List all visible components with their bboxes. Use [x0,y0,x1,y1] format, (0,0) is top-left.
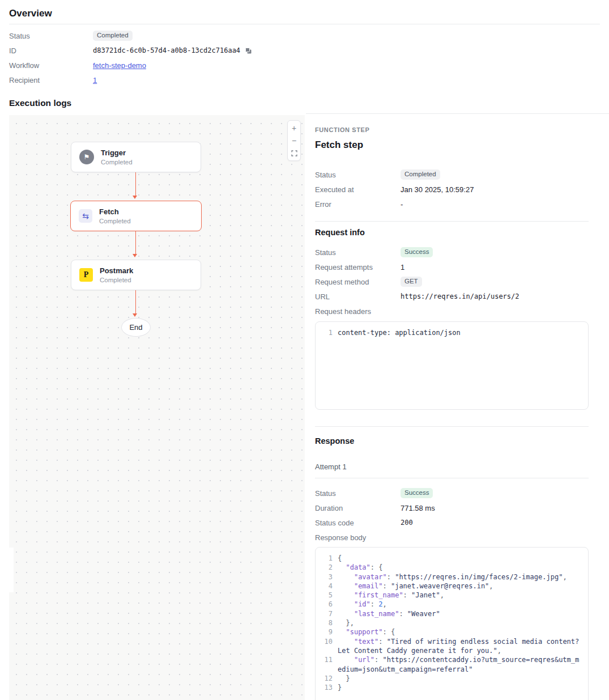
status-label: Status [315,489,401,498]
step-kicker: FUNCTION STEP [315,126,369,133]
postmark-icon: P [79,268,93,282]
node-title: Trigger [101,149,133,157]
canvas-controls: + − [287,120,301,161]
flow-edge-arrowhead [133,196,137,199]
step-status-row: Status Completed [315,167,589,182]
node-status: Completed [100,277,133,283]
request-method-row: Request method GET [315,274,589,289]
response-body-code-block: 1{2 "data": {3 "avatar": "https://reqres… [315,547,589,700]
response-status-row: Status Success [315,486,589,500]
overview-rows: Status Completed ID d83721dc-6c0b-57d4-a… [9,28,304,87]
attempt-label: Attempt 1 [315,463,347,471]
flow-edge [135,231,137,254]
status-code-value: 200 [401,519,413,527]
step-status-badge: Completed [401,169,440,180]
url-value: https://reqres.in/api/users/2 [401,292,519,300]
attempt-divider [315,478,589,478]
node-title: Postmark [100,266,133,275]
overview-status-row: Status Completed [9,28,304,43]
method-label: Request method [315,278,401,286]
request-url-row: URL https://reqres.in/api/users/2 [315,289,589,304]
workflow-label: Workflow [9,61,93,70]
request-headers-row: Request headers [315,304,589,319]
recipient-label: Recipient [9,76,93,84]
workflow-link[interactable]: fetch-step-demo [93,61,146,70]
executed-at-row: Executed at Jan 30 2025, 10:59:27 [315,182,589,197]
node-title: Fetch [99,207,131,216]
status-label: Status [9,32,93,40]
node-end[interactable]: End [121,318,151,337]
recipient-link[interactable]: 1 [93,76,97,84]
response-title: Response [315,436,354,446]
section-divider [315,426,589,427]
section-divider [315,221,589,222]
url-label: URL [315,292,401,301]
duration-row: Duration 771.58 ms [315,500,589,515]
status-code-label: Status code [315,519,401,527]
canvas-edge-fragment [9,548,14,592]
request-info-rows: Status Success Request attempts 1 Reques… [315,245,589,319]
fit-view-button[interactable] [288,147,300,159]
attempts-value: 1 [401,263,404,271]
node-fetch[interactable]: ⇆ Fetch Completed [70,201,202,231]
attempts-label: Request attempts [315,263,401,271]
flow-edge-arrowhead [133,254,137,257]
step-title: Fetch step [315,139,363,151]
status-badge: Completed [93,31,133,41]
page: Overview Status Completed ID d83721dc-6c… [0,0,609,700]
error-row: Error - [315,197,589,211]
zoom-out-button[interactable]: − [288,134,300,147]
status-label: Status [315,171,401,179]
executed-at-value: Jan 30 2025, 10:59:27 [401,185,474,194]
copy-id-button[interactable] [245,47,252,54]
overview-title: Overview [9,8,52,19]
fit-view-icon [291,150,297,156]
headers-label: Request headers [315,307,401,316]
error-label: Error [315,200,401,209]
duration-label: Duration [315,504,401,512]
execution-logs-title: Execution logs [9,98,71,108]
method-badge: GET [401,277,422,287]
swap-arrows-icon: ⇆ [79,209,92,223]
zoom-in-button[interactable]: + [288,122,300,134]
error-value: - [401,200,403,209]
node-status: Completed [101,159,133,166]
status-code-row: Status code 200 [315,515,589,530]
node-postmark[interactable]: P Postmark Completed [71,260,201,290]
overview-divider [9,24,600,24]
overview-id-row: ID d83721dc-6c0b-57d4-a0b8-13cd2c716aa4 [9,43,304,58]
status-label: Status [315,248,401,257]
duration-value: 771.58 ms [401,504,435,512]
request-status-badge: Success [401,247,433,257]
flow-edge-arrowhead [133,313,137,317]
zoom-out-icon: − [292,136,296,145]
copy-icon [245,47,252,54]
step-meta-rows: Status Completed Executed at Jan 30 2025… [315,167,589,211]
request-attempts-row: Request attempts 1 [315,260,589,274]
id-label: ID [9,46,93,55]
response-status-badge: Success [401,488,433,498]
transaction-id-value: d83721dc-6c0b-57d4-a0b8-13cd2c716aa4 [93,46,240,54]
end-node-label: End [129,323,142,332]
flag-icon: ⚑ [79,150,94,164]
response-rows: Status Success Duration 771.58 ms Status… [315,486,589,545]
flow-edge [135,172,137,196]
response-body-row: Response body [315,530,589,545]
request-status-row: Status Success [315,245,589,260]
overview-recipient-row: Recipient 1 [9,73,304,87]
panel-top-divider [306,113,609,114]
response-body-label: Response body [315,533,401,542]
node-status: Completed [99,218,131,224]
overview-workflow-row: Workflow fetch-step-demo [9,58,304,73]
workflow-canvas[interactable]: ⚑ Trigger Completed ⇆ Fetch Completed P … [9,115,305,700]
zoom-in-icon: + [292,124,296,133]
request-info-title: Request info [315,228,365,237]
flow-edge [135,290,137,313]
executed-at-label: Executed at [315,185,401,194]
request-headers-code-block: 1content-type: application/json [315,321,589,410]
node-trigger[interactable]: ⚑ Trigger Completed [71,142,201,172]
